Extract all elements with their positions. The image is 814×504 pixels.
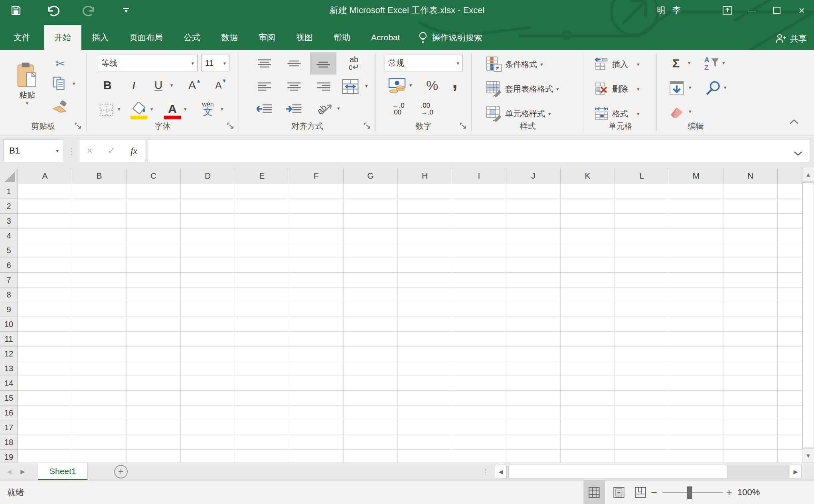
format-as-table-dropdown-icon[interactable]: ▾ bbox=[556, 87, 559, 92]
row-header-17[interactable]: 17 bbox=[0, 420, 18, 435]
cells-area[interactable] bbox=[18, 184, 802, 463]
sheet-next-icon[interactable]: ▶ bbox=[17, 463, 29, 480]
row-header-1[interactable]: 1 bbox=[0, 184, 18, 199]
find-select-dropdown-icon[interactable]: ▾ bbox=[724, 85, 727, 90]
middle-align-button[interactable] bbox=[284, 55, 304, 72]
decrease-decimal-button[interactable]: .00→.0 bbox=[415, 98, 439, 119]
name-box[interactable]: B1 ▾ bbox=[3, 139, 63, 162]
sort-filter-button[interactable]: A Z bbox=[701, 54, 722, 73]
zoom-slider-thumb[interactable] bbox=[687, 486, 692, 499]
row-header-15[interactable]: 15 bbox=[0, 391, 18, 406]
row-header-9[interactable]: 9 bbox=[0, 302, 18, 317]
horizontal-scrollbar[interactable] bbox=[508, 465, 789, 478]
underline-button[interactable]: U bbox=[150, 76, 167, 94]
row-header-16[interactable]: 16 bbox=[0, 406, 18, 420]
format-painter-icon[interactable] bbox=[50, 97, 69, 115]
fill-color-dropdown-icon[interactable]: ▾ bbox=[150, 106, 153, 112]
accounting-dropdown-icon[interactable]: ▾ bbox=[409, 83, 412, 88]
sheet-prev-icon[interactable]: ◀ bbox=[3, 463, 15, 480]
underline-dropdown-icon[interactable]: ▾ bbox=[170, 83, 173, 88]
column-header-E[interactable]: E bbox=[235, 167, 289, 184]
autosum-button[interactable]: Σ bbox=[667, 55, 685, 72]
zoom-in-icon[interactable]: + bbox=[723, 480, 735, 504]
insert-dropdown-icon[interactable]: ▾ bbox=[637, 62, 640, 67]
column-header-A[interactable]: A bbox=[18, 167, 72, 184]
format-as-table-button[interactable]: 套用表格格式 ▾ bbox=[486, 79, 559, 99]
row-header-5[interactable]: 5 bbox=[0, 243, 18, 258]
copy-icon[interactable] bbox=[50, 75, 69, 93]
orientation-dropdown-icon[interactable]: ▾ bbox=[337, 106, 340, 111]
font-color-button[interactable]: A bbox=[163, 99, 182, 118]
fill-button[interactable] bbox=[667, 79, 686, 98]
row-header-12[interactable]: 12 bbox=[0, 346, 18, 361]
center-button[interactable] bbox=[284, 78, 304, 95]
row-header-7[interactable]: 7 bbox=[0, 273, 18, 287]
menu-tab-7[interactable]: 帮助 bbox=[323, 25, 361, 50]
number-dialog-launcher-icon[interactable] bbox=[459, 122, 468, 131]
column-header-I[interactable]: I bbox=[452, 167, 506, 184]
row-header-6[interactable]: 6 bbox=[0, 258, 18, 273]
clear-dropdown-icon[interactable]: ▾ bbox=[689, 109, 692, 114]
menu-tab-6[interactable]: 视图 bbox=[286, 25, 323, 50]
font-dialog-launcher-icon[interactable] bbox=[227, 122, 235, 131]
row-header-14[interactable]: 14 bbox=[0, 376, 18, 391]
number-format-combobox[interactable]: 常规▾ bbox=[385, 55, 463, 71]
format-dropdown-icon[interactable]: ▾ bbox=[637, 111, 640, 116]
collapse-ribbon-icon[interactable] bbox=[786, 116, 802, 128]
column-header-F[interactable]: F bbox=[289, 167, 344, 184]
merge-dropdown-icon[interactable]: ▾ bbox=[365, 83, 368, 89]
column-header-B[interactable]: B bbox=[72, 167, 126, 184]
row-header-13[interactable]: 13 bbox=[0, 361, 18, 376]
comma-style-button[interactable]: , bbox=[446, 71, 464, 91]
fill-dropdown-icon[interactable]: ▾ bbox=[689, 85, 692, 90]
insert-function-icon[interactable]: fx bbox=[130, 146, 137, 156]
undo-icon[interactable] bbox=[45, 2, 61, 18]
column-header-L[interactable]: L bbox=[615, 167, 669, 184]
maximize-button[interactable] bbox=[765, 0, 789, 21]
user-name[interactable]: 明 李 bbox=[657, 5, 683, 16]
clear-button[interactable] bbox=[667, 102, 686, 122]
font-name-combobox[interactable]: 等线▾ bbox=[98, 55, 198, 71]
menu-tab-8[interactable]: Acrobat bbox=[361, 25, 410, 50]
cut-icon[interactable]: ✂ bbox=[51, 55, 69, 71]
normal-view-button[interactable] bbox=[583, 480, 605, 504]
font-color-dropdown-icon[interactable]: ▾ bbox=[184, 106, 187, 112]
grow-font-button[interactable]: A▲ bbox=[185, 76, 205, 94]
new-sheet-button[interactable]: + bbox=[114, 465, 128, 478]
fill-color-button[interactable] bbox=[130, 99, 148, 118]
vertical-scroll-thumb[interactable] bbox=[802, 182, 814, 447]
italic-button[interactable]: I bbox=[125, 76, 142, 94]
redo-icon[interactable] bbox=[81, 2, 97, 18]
row-header-10[interactable]: 10 bbox=[0, 317, 18, 332]
menu-tab-4[interactable]: 数据 bbox=[211, 25, 248, 50]
tell-me-search[interactable]: 操作说明搜索 bbox=[410, 25, 490, 50]
orientation-button[interactable]: ab bbox=[313, 98, 337, 119]
row-header-18[interactable]: 18 bbox=[0, 435, 18, 450]
column-header-G[interactable]: G bbox=[344, 167, 398, 184]
menu-tab-1[interactable]: 插入 bbox=[81, 25, 119, 50]
top-align-button[interactable] bbox=[254, 55, 275, 72]
font-size-dropdown-icon[interactable]: ▾ bbox=[223, 61, 226, 66]
name-box-dropdown-icon[interactable]: ▾ bbox=[56, 148, 59, 154]
row-header-2[interactable]: 2 bbox=[0, 199, 18, 214]
zoom-level[interactable]: 100% bbox=[737, 480, 765, 504]
cancel-icon[interactable]: × bbox=[87, 145, 93, 156]
column-header-D[interactable]: D bbox=[181, 167, 235, 184]
autosum-dropdown-icon[interactable]: ▾ bbox=[688, 60, 691, 65]
percent-style-button[interactable]: % bbox=[422, 75, 442, 95]
column-header-J[interactable]: J bbox=[506, 167, 561, 184]
clipboard-dialog-launcher-icon[interactable] bbox=[74, 122, 83, 131]
formula-input[interactable] bbox=[148, 139, 810, 162]
paste-dropdown-icon[interactable]: ▾ bbox=[26, 100, 29, 106]
number-format-dropdown-icon[interactable]: ▾ bbox=[456, 61, 459, 66]
menu-tab-5[interactable]: 审阅 bbox=[248, 25, 286, 50]
borders-button[interactable] bbox=[99, 101, 115, 118]
tab-file[interactable]: 文件 bbox=[0, 25, 44, 50]
customize-qat-icon[interactable]: ▼ bbox=[118, 2, 134, 18]
scroll-down-icon[interactable]: ▼ bbox=[802, 448, 814, 463]
column-header-H[interactable]: H bbox=[398, 167, 452, 184]
vertical-scrollbar[interactable]: ▲ ▼ bbox=[802, 167, 814, 463]
close-button[interactable]: × bbox=[789, 0, 814, 21]
delete-cells-button[interactable]: 删除 ▾ bbox=[595, 79, 640, 99]
page-layout-view-button[interactable] bbox=[608, 480, 630, 504]
